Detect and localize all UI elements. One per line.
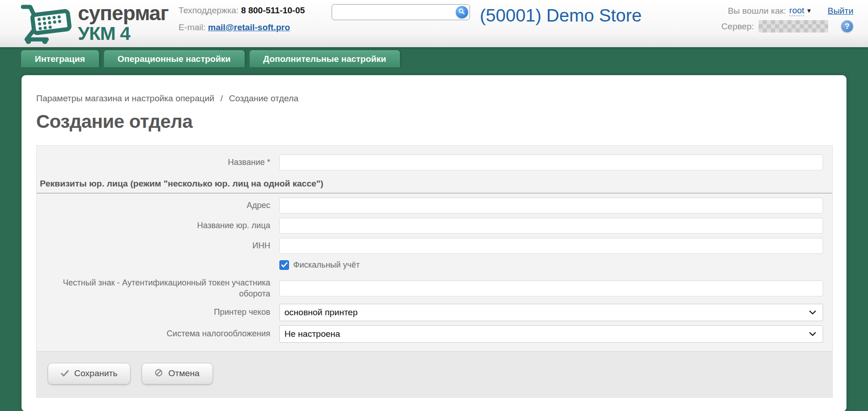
department-form: Название * Реквизиты юр. лица (режим "не… xyxy=(36,145,833,398)
email-line: E-mail: mail@retail-soft.pro xyxy=(179,22,305,33)
logged-in-row: Вы вошли как: root ▼ Выйти xyxy=(728,5,853,16)
help-icon[interactable]: ? xyxy=(841,20,853,33)
breadcrumb-parent[interactable]: Параметры магазина и настройка операций xyxy=(36,93,214,103)
breadcrumb-separator: / xyxy=(220,93,223,103)
logged-in-label: Вы вошли как: xyxy=(728,6,786,16)
token-row: Честный знак - Аутентификационный токен … xyxy=(37,277,832,300)
save-button[interactable]: Сохранить xyxy=(48,363,131,384)
printer-label: Принтер чеков xyxy=(37,307,279,318)
logo-line2: УКМ 4 xyxy=(78,24,169,43)
server-label: Сервер: xyxy=(721,22,754,32)
token-label: Честный знак - Аутентификационный токен … xyxy=(37,277,279,300)
logo-text: супермаг УКМ 4 xyxy=(78,3,169,43)
tax-label: Система налогообложения xyxy=(37,328,279,339)
support-line: Техподдержка: 8 800-511-10-05 xyxy=(179,5,305,16)
cancel-button-label: Отмена xyxy=(168,368,199,378)
support-phone: 8 800-511-10-05 xyxy=(241,5,305,15)
printer-row: Принтер чеков основной принтер xyxy=(37,304,832,321)
user-name-link[interactable]: root xyxy=(789,5,804,16)
printer-selected-value: основной принтер xyxy=(284,307,358,318)
name-row: Название * xyxy=(37,154,832,170)
fiscal-checkbox[interactable] xyxy=(279,260,289,270)
search-button[interactable] xyxy=(456,6,468,18)
contact-block: Техподдержка: 8 800-511-10-05 E-mail: ma… xyxy=(179,5,305,33)
search-icon xyxy=(458,8,465,16)
search-input[interactable] xyxy=(332,4,470,20)
chevron-down-icon[interactable]: ▼ xyxy=(806,7,812,14)
form-button-bar: Сохранить Отмена xyxy=(37,351,832,397)
main-nav: Интеграция Операционные настройки Дополн… xyxy=(0,47,868,67)
page-title: Создание отдела xyxy=(36,111,833,132)
user-block: Вы вошли как: root ▼ Выйти Сервер: ? xyxy=(721,5,853,33)
server-row: Сервер: ? xyxy=(721,20,853,33)
tax-row: Система налогообложения Не настроена xyxy=(37,325,832,343)
legal-entity-section-header: Реквизиты юр. лица (режим "несколько юр.… xyxy=(37,175,832,193)
tab-additional-settings[interactable]: Дополнительные настройки xyxy=(249,50,400,67)
address-input[interactable] xyxy=(279,197,823,214)
address-row: Адрес xyxy=(37,197,832,214)
logout-link[interactable]: Выйти xyxy=(828,6,853,16)
fiscal-checkbox-wrap[interactable]: Фискальный учёт xyxy=(279,260,823,270)
inn-row: ИНН xyxy=(37,238,832,254)
server-value-redacted xyxy=(759,20,828,33)
tab-operational-settings[interactable]: Операционные настройки xyxy=(104,50,245,67)
store-title: (50001) Demo Store xyxy=(480,5,642,26)
legal-name-label: Название юр. лица xyxy=(37,220,279,231)
breadcrumb-current: Создание отдела xyxy=(229,93,299,103)
cancel-button[interactable]: Отмена xyxy=(142,363,213,384)
app-logo: супермаг УКМ 4 xyxy=(19,3,169,46)
checkmark-icon xyxy=(281,261,288,269)
logo-line1: супермаг xyxy=(78,3,169,23)
content-card: Параметры магазина и настройка операций … xyxy=(22,75,846,411)
name-input[interactable] xyxy=(279,154,823,170)
support-label: Техподдержка: xyxy=(179,5,239,15)
tax-selected-value: Не настроена xyxy=(284,329,340,339)
address-label: Адрес xyxy=(37,200,279,211)
email-link[interactable]: mail@retail-soft.pro xyxy=(208,22,290,32)
chevron-down-icon xyxy=(808,308,817,319)
form-body: Название * Реквизиты юр. лица (режим "не… xyxy=(37,146,832,351)
shopping-cart-icon xyxy=(19,3,73,46)
printer-select[interactable]: основной принтер xyxy=(279,304,823,321)
inn-input[interactable] xyxy=(279,238,823,254)
save-button-label: Сохранить xyxy=(74,368,117,378)
fiscal-checkbox-label: Фискальный учёт xyxy=(293,260,360,270)
tab-integration[interactable]: Интеграция xyxy=(21,50,99,67)
cancel-slash-icon xyxy=(155,369,163,378)
legal-name-input[interactable] xyxy=(279,218,823,234)
name-label: Название * xyxy=(37,157,279,168)
check-icon xyxy=(61,369,69,378)
fiscal-row: Фискальный учёт xyxy=(37,260,832,270)
legal-name-row: Название юр. лица xyxy=(37,218,832,234)
inn-label: ИНН xyxy=(37,240,279,251)
chevron-down-icon xyxy=(808,329,817,341)
token-input[interactable] xyxy=(279,280,823,296)
search-area xyxy=(332,4,470,20)
breadcrumb: Параметры магазина и настройка операций … xyxy=(36,93,833,104)
email-label: E-mail: xyxy=(179,22,206,32)
header: супермаг УКМ 4 Техподдержка: 8 800-511-1… xyxy=(0,0,868,47)
tax-system-select[interactable]: Не настроена xyxy=(279,325,823,343)
